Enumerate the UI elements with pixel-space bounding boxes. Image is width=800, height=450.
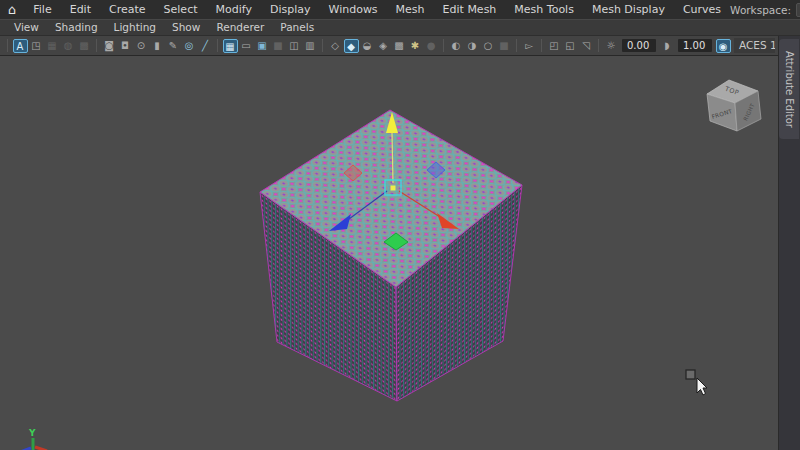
- cursor-arrow-icon: [697, 378, 707, 395]
- menu-mesh[interactable]: Mesh: [387, 0, 434, 19]
- field-chart-icon[interactable]: ◫: [287, 39, 302, 53]
- toolbar-divider: [541, 39, 542, 52]
- exposure-icon[interactable]: ☼: [604, 39, 619, 53]
- select-camera-icon[interactable]: ◙: [102, 39, 117, 53]
- workspace-select[interactable]: Modeling – Expert* ▼: [796, 3, 800, 17]
- panel-menu: ViewShadingLightingShowRendererPanels: [6, 19, 322, 36]
- film-gate-icon[interactable]: ▭: [239, 39, 254, 53]
- gamma-field[interactable]: 1.00: [678, 39, 712, 52]
- toolbar-divider: [443, 39, 444, 52]
- resolution-gate-icon[interactable]: ▣: [255, 39, 270, 53]
- menu-mesh-display[interactable]: Mesh Display: [583, 0, 674, 19]
- motion-blur-icon[interactable]: ◑: [465, 39, 480, 53]
- panel-menu-show[interactable]: Show: [164, 19, 208, 36]
- panel-menu-view[interactable]: View: [6, 19, 47, 36]
- safe-action-icon[interactable]: ▥: [303, 39, 318, 53]
- render-region-icon[interactable]: ◍: [61, 39, 76, 53]
- checker-icon[interactable]: ▩: [392, 39, 407, 53]
- view-transform-badge-icon[interactable]: ◉: [716, 39, 731, 53]
- menu-modify[interactable]: Modify: [207, 0, 261, 19]
- mouse-cursor: [686, 370, 707, 395]
- wireframe-on-shaded-icon[interactable]: ◈: [376, 39, 391, 53]
- panel-menubar: ViewShadingLightingShowRendererPanels: [0, 19, 800, 36]
- menu-mesh-tools[interactable]: Mesh Tools: [505, 0, 583, 19]
- menu-curves[interactable]: Curves: [674, 0, 730, 19]
- main-menu: FileEditCreateSelectModifyDisplayWindows…: [24, 0, 730, 19]
- toolbar-divider: [516, 39, 517, 52]
- exposure-field[interactable]: 0.00: [622, 39, 656, 52]
- cursor-marquee-icon: [686, 370, 695, 379]
- grease-pencil-icon[interactable]: ╱: [198, 39, 213, 53]
- panel-menu-panels[interactable]: Panels: [272, 19, 322, 36]
- right-sidebar: Attribute Editor: [778, 36, 800, 450]
- center-dot: [391, 186, 396, 191]
- depth-of-field-icon[interactable]: ■: [497, 39, 512, 53]
- panel-menu-renderer[interactable]: Renderer: [208, 19, 272, 36]
- menu-edit-mesh[interactable]: Edit Mesh: [434, 0, 506, 19]
- letter-a-toggle-icon[interactable]: A: [13, 39, 28, 53]
- use-all-lights-icon[interactable]: ✱: [408, 39, 423, 53]
- toolbar-divider: [598, 39, 599, 52]
- menu-windows[interactable]: Windows: [320, 0, 387, 19]
- main-menubar: ⌂ FileEditCreateSelectModifyDisplayWindo…: [0, 0, 800, 19]
- origin-axis-gizmo: Y: [20, 428, 47, 450]
- toolbar-divider: [217, 39, 218, 52]
- toolbar-divider: [7, 39, 8, 52]
- anti-aliasing-icon[interactable]: ○: [481, 39, 496, 53]
- viewport-scene: TOP FRONT RIGHT Y: [0, 56, 778, 450]
- panel-menu-lighting[interactable]: Lighting: [106, 19, 164, 36]
- maximize-view-icon[interactable]: ◹: [579, 39, 594, 53]
- view-cube[interactable]: TOP FRONT RIGHT: [707, 80, 761, 131]
- frame-corners-icon[interactable]: ◳: [29, 39, 44, 53]
- pan-zoom-icon[interactable]: ◎: [182, 39, 197, 53]
- menu-create[interactable]: Create: [100, 0, 155, 19]
- grid-icon[interactable]: ▦: [223, 39, 238, 53]
- menu-display[interactable]: Display: [261, 0, 320, 19]
- layout-view-icon[interactable]: ◱: [563, 39, 578, 53]
- ambient-occlusion-icon[interactable]: ◐: [449, 39, 464, 53]
- textured-icon[interactable]: ◒: [360, 39, 375, 53]
- menu-file[interactable]: File: [24, 0, 60, 19]
- image-plane-icon[interactable]: ✎: [166, 39, 181, 53]
- menu-select[interactable]: Select: [155, 0, 207, 19]
- workspace-label: Workspace:: [730, 4, 791, 16]
- wireframe-icon[interactable]: ◇: [328, 39, 343, 53]
- camera-attributes-icon[interactable]: ⊙: [134, 39, 149, 53]
- subdivided-cube-mesh[interactable]: [260, 110, 522, 401]
- panel-toolbar: A◳▦◍▩◙◘⊙▮✎◎╱▦▭▣■◫▥◇◆◒◈▩✱●◐◑○■▻◰◱◹☼0.00◗1…: [0, 36, 778, 56]
- shadows-icon[interactable]: ●: [424, 39, 439, 53]
- shaded-icon[interactable]: ◆: [344, 39, 359, 53]
- lock-camera-icon[interactable]: ◘: [118, 39, 133, 53]
- maya-window: ⌂ FileEditCreateSelectModifyDisplayWindo…: [0, 0, 800, 450]
- home-icon[interactable]: ⌂: [8, 0, 16, 19]
- panel-menu-shading[interactable]: Shading: [47, 19, 106, 36]
- duplicate-view-icon[interactable]: ◰: [547, 39, 562, 53]
- axis-y-label: Y: [28, 428, 36, 438]
- tab-attribute-editor[interactable]: Attribute Editor: [779, 39, 799, 139]
- view-transform-chip[interactable]: ACES 1.0 SDR-video (s: [734, 38, 775, 53]
- bookmark-icon[interactable]: ▮: [150, 39, 165, 53]
- isolate-select-icon[interactable]: ▻: [522, 39, 537, 53]
- film-region-icon[interactable]: ▦: [45, 39, 60, 53]
- viewport-3d[interactable]: TOP FRONT RIGHT Y: [0, 56, 778, 450]
- snapshot-icon[interactable]: ▩: [77, 39, 92, 53]
- toolbar-divider: [96, 39, 97, 52]
- gate-mask-icon[interactable]: ■: [271, 39, 286, 53]
- workspace-area: Workspace: Modeling – Expert* ▼: [730, 3, 800, 17]
- toolbar-divider: [322, 39, 323, 52]
- menu-edit[interactable]: Edit: [61, 0, 100, 19]
- gamma-icon[interactable]: ◗: [660, 39, 675, 53]
